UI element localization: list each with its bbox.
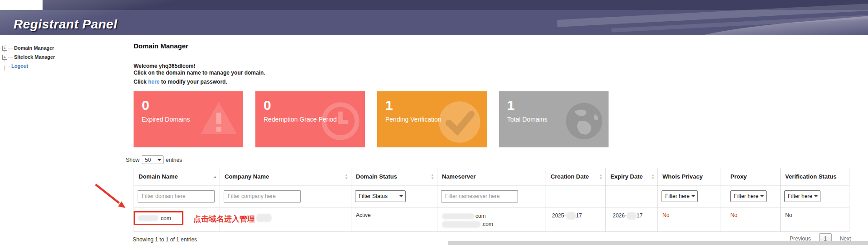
card-redemption-grace-period[interactable]: 0 Redemption Grace Period [255, 91, 365, 147]
length-control: Show 50 entries [126, 155, 182, 164]
sort-icon[interactable] [345, 174, 348, 180]
entries-label: entries [166, 157, 182, 163]
globe-icon [561, 99, 605, 142]
column-header-nameserver[interactable]: Nameserver [437, 168, 546, 185]
sort-icon[interactable] [431, 174, 434, 180]
column-header-verification-status[interactable]: Verification Status [781, 168, 849, 185]
warning-triangle-icon [198, 99, 240, 140]
sidebar-item-logout[interactable]: Logout [2, 61, 55, 71]
redacted-date-part [627, 212, 637, 220]
sidebar-item-label[interactable]: Sitelock Manager [14, 54, 55, 60]
stats-cards: 0 Expired Domains 0 Redemption Grace Per… [134, 91, 609, 147]
page-length-select[interactable]: 50 [142, 155, 163, 164]
app-header: Registrant Panel [0, 0, 868, 35]
nameserver-filter-input[interactable] [441, 190, 518, 203]
filter-row: Filter Status Filter here Filter here [134, 185, 849, 207]
sort-icon[interactable] [651, 174, 655, 180]
card-label: Total Domains [507, 116, 547, 123]
sort-icon[interactable] [599, 174, 603, 180]
redacted-annotation-blob [256, 214, 272, 222]
sidebar-item-sitelock-manager[interactable]: Sitelock Manager [2, 52, 55, 61]
card-value: 0 [142, 99, 149, 112]
password-hint: Click here to modify your password. [134, 79, 227, 85]
expiry-date-filter-cell [606, 185, 658, 207]
chevron-down-icon [760, 195, 764, 199]
status-filter-select[interactable]: Filter Status [355, 190, 406, 202]
modify-password-link[interactable]: here [148, 79, 159, 85]
tree-connector [8, 57, 13, 57]
redacted-nameserver [442, 221, 480, 228]
redacted-nameserver [442, 213, 475, 219]
nameserver-cell: com .com [437, 207, 546, 232]
card-label: Expired Domains [142, 116, 190, 123]
card-total-domains[interactable]: 1 Total Domains [499, 91, 609, 147]
checkmark-icon [436, 99, 483, 146]
verification-status-cell: No [781, 207, 849, 232]
column-header-company-name[interactable]: Company Name [220, 168, 351, 185]
app-title: Registrant Panel [14, 17, 117, 32]
creation-date-filter-cell [546, 185, 606, 207]
card-value: 1 [385, 99, 393, 112]
domain-link-highlight-box[interactable]: com [134, 211, 183, 225]
welcome-line1: Welcome yhq365dlcom! [134, 63, 265, 70]
redacted-domain-text [138, 215, 158, 221]
domain-suffix[interactable]: com [161, 215, 171, 221]
annotation-arrow-icon [93, 182, 130, 212]
column-header-creation-date[interactable]: Creation Date [546, 168, 606, 185]
table-info: Showing 1 to 1 of 1 entries [133, 236, 197, 243]
proxy-cell: No [720, 207, 781, 232]
sidebar-tree: Domain Manager Sitelock Manager Logout [2, 43, 55, 71]
chevron-down-icon [814, 195, 818, 199]
card-pending-verification[interactable]: 1 Pending Verification [377, 91, 487, 147]
table-header-row: Domain Name Company Name Domain Status N… [134, 168, 849, 185]
card-value: 0 [264, 99, 271, 112]
page-title: Domain Manager [134, 42, 188, 50]
column-header-domain-status[interactable]: Domain Status [351, 168, 437, 185]
sidebar-item-domain-manager[interactable]: Domain Manager [2, 43, 55, 52]
password-hint-prefix: Click [134, 79, 147, 85]
card-expired-domains[interactable]: 0 Expired Domains [134, 91, 243, 147]
background-window-edge [448, 241, 868, 245]
annotation-text: 点击域名进入管理 [193, 214, 255, 224]
domain-filter-input[interactable] [138, 190, 215, 203]
welcome-line2: Click on the domain name to manage your … [134, 70, 265, 76]
chevron-down-icon [399, 195, 403, 199]
company-filter-input[interactable] [224, 190, 301, 203]
page-length-value: 50 [145, 157, 151, 163]
expand-plus-icon[interactable] [2, 46, 7, 51]
creation-date-cell: 2025-17 [546, 207, 606, 232]
column-header-domain-name[interactable]: Domain Name [134, 168, 220, 185]
column-header-whois-privacy[interactable]: Whois Privacy [658, 168, 720, 185]
column-header-expiry-date[interactable]: Expiry Date [606, 168, 658, 185]
clock-icon [318, 99, 361, 142]
password-hint-suffix: to modify your password. [161, 79, 227, 85]
sidebar-item-label[interactable]: Domain Manager [14, 45, 54, 51]
welcome-text: Welcome yhq365dlcom! Click on the domain… [134, 63, 265, 76]
expiry-date-cell: 2026-17 [606, 207, 658, 232]
domain-status-cell: Active [351, 207, 437, 232]
chevron-down-icon [158, 159, 161, 163]
whois-filter-select[interactable]: Filter here [662, 190, 698, 202]
column-header-proxy[interactable]: Proxy [720, 168, 781, 185]
chevron-down-icon [691, 195, 695, 199]
verification-filter-select[interactable]: Filter here [784, 190, 820, 202]
tree-connector [5, 66, 10, 66]
redacted-date-part [566, 212, 576, 220]
whois-privacy-cell: No [658, 207, 720, 232]
card-value: 1 [507, 99, 515, 112]
expand-plus-icon[interactable] [2, 55, 7, 60]
show-label: Show [126, 157, 139, 163]
logout-link[interactable]: Logout [11, 63, 28, 69]
card-label: Pending Verification [385, 116, 441, 123]
proxy-filter-select[interactable]: Filter here [730, 190, 767, 202]
sort-asc-icon[interactable] [213, 175, 217, 178]
tree-connector [8, 48, 13, 48]
